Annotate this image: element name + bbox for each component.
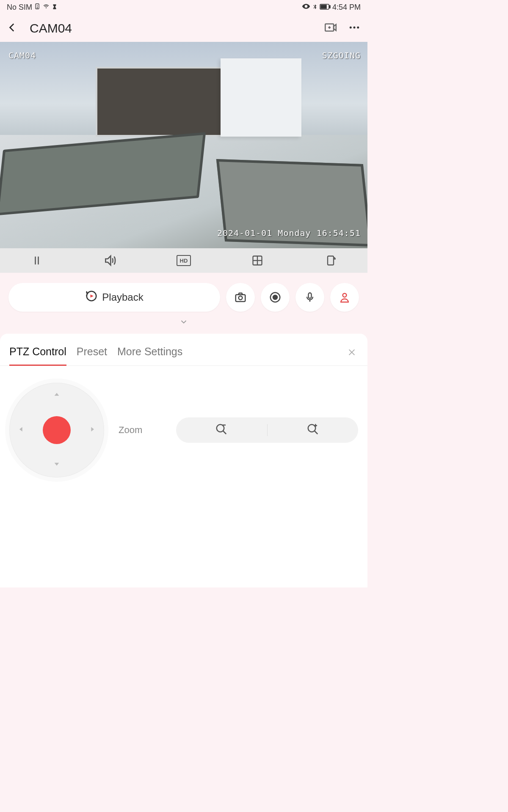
svg-point-30 — [343, 294, 347, 297]
osd-brand-label: SZGOING — [322, 50, 361, 60]
svg-line-39 — [223, 431, 226, 434]
ptz-direction-pad[interactable] — [9, 383, 104, 477]
zoom-in-button[interactable] — [268, 423, 359, 437]
status-bar: No SIM 4:54 PM — [0, 0, 367, 14]
svg-point-12 — [357, 26, 359, 28]
zoom-out-button[interactable] — [176, 423, 267, 437]
multiview-button[interactable] — [246, 249, 269, 272]
page-title: CAM04 — [30, 21, 323, 36]
svg-rect-28 — [309, 293, 312, 299]
record-button[interactable] — [261, 283, 290, 312]
snapshot-button[interactable] — [226, 283, 255, 312]
playback-button[interactable]: Playback — [8, 283, 220, 312]
add-camera-button[interactable] — [323, 20, 338, 36]
tab-more-settings[interactable]: More Settings — [117, 341, 182, 365]
svg-point-25 — [239, 296, 243, 300]
back-button[interactable] — [7, 22, 18, 35]
svg-point-2 — [37, 7, 37, 8]
svg-rect-21 — [328, 256, 334, 265]
close-icon — [347, 347, 356, 359]
osd-timestamp: 2024-01-01 Monday 16:54:51 — [217, 228, 361, 238]
svg-marker-7 — [334, 24, 336, 30]
ptz-left-icon[interactable] — [18, 426, 25, 434]
expand-toggle[interactable] — [0, 315, 367, 330]
ptz-up-icon[interactable] — [53, 391, 60, 400]
svg-marker-34 — [55, 393, 59, 396]
playback-label: Playback — [102, 291, 143, 303]
zoom-control — [176, 417, 358, 443]
ptz-tabs: PTZ Control Preset More Settings — [0, 334, 367, 366]
svg-point-10 — [350, 26, 352, 28]
svg-rect-5 — [329, 5, 330, 8]
svg-rect-4 — [321, 5, 326, 8]
video-feed[interactable]: CAM04 SZGOING 2024-01-01 Monday 16:54:51 — [0, 42, 367, 248]
zoom-out-icon — [215, 423, 228, 437]
more-button[interactable] — [348, 21, 361, 36]
zoom-label: Zoom — [119, 425, 142, 436]
hourglass-icon — [52, 3, 58, 12]
app-bar: CAM04 — [0, 14, 367, 42]
svg-point-11 — [353, 26, 356, 28]
zoom-in-icon — [306, 423, 319, 437]
svg-marker-15 — [106, 256, 111, 265]
svg-text:HD: HD — [180, 258, 188, 264]
ptz-panel: PTZ Control Preset More Settings Zoom — [0, 334, 367, 587]
person-detect-button[interactable] — [330, 283, 359, 312]
ptz-right-icon[interactable] — [89, 426, 96, 434]
sim-status-text: No SIM — [7, 3, 32, 12]
mic-button[interactable] — [295, 283, 324, 312]
playback-icon — [85, 290, 98, 305]
wifi-icon — [42, 3, 50, 12]
sound-button[interactable] — [99, 249, 121, 272]
pause-button[interactable] — [25, 249, 48, 272]
battery-icon — [320, 3, 331, 12]
svg-point-38 — [217, 425, 224, 432]
sim-alert-icon — [34, 3, 41, 12]
tab-ptz-control[interactable]: PTZ Control — [9, 341, 66, 365]
close-panel-button[interactable] — [345, 345, 358, 362]
chevron-down-icon — [179, 317, 188, 328]
osd-camera-label: CAM04 — [8, 50, 36, 60]
svg-line-42 — [315, 431, 318, 434]
svg-marker-37 — [91, 427, 94, 432]
status-time: 4:54 PM — [332, 3, 361, 12]
video-toolbar: HD — [0, 248, 367, 273]
svg-point-27 — [273, 295, 277, 299]
quality-button[interactable]: HD — [172, 249, 195, 272]
ptz-joystick[interactable] — [43, 416, 71, 444]
bluetooth-icon — [312, 3, 318, 12]
rotate-device-button[interactable] — [319, 249, 342, 272]
svg-marker-36 — [19, 427, 22, 432]
ptz-down-icon[interactable] — [53, 461, 60, 469]
eye-icon — [302, 2, 310, 13]
tab-preset[interactable]: Preset — [77, 341, 107, 365]
quick-actions: Playback — [0, 273, 367, 315]
svg-marker-35 — [55, 463, 59, 466]
svg-marker-23 — [91, 294, 94, 298]
